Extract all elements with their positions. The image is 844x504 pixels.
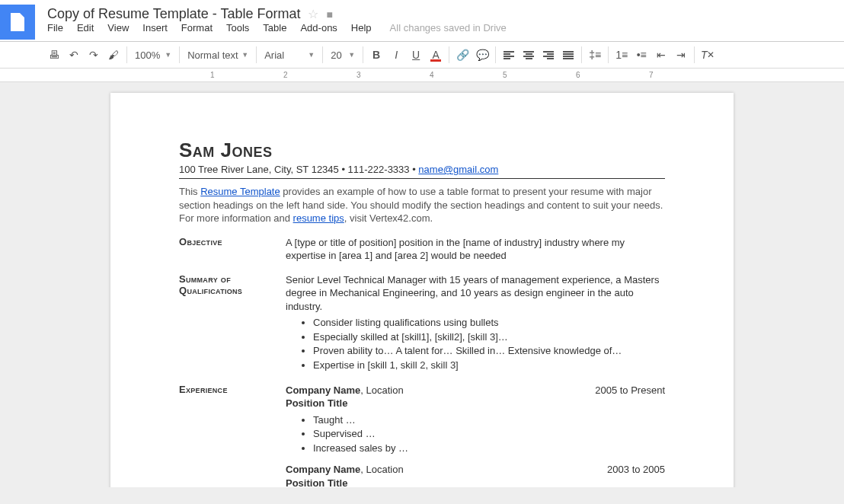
insert-comment-icon[interactable]: 💬 [472,45,492,65]
zoom-select[interactable]: 100%▼ [130,45,176,65]
resume-template-link[interactable]: Resume Template [200,186,280,197]
align-left-icon[interactable] [499,45,519,65]
section-experience-label[interactable]: Experience [179,384,286,487]
list-item[interactable]: Consider listing qualifications using bu… [313,316,665,330]
redo-icon[interactable]: ↷ [84,45,104,65]
style-select[interactable]: Normal text▼ [183,45,253,65]
section-summary-label[interactable]: Summary of Qualifications [179,273,286,373]
job-dates[interactable]: 2005 to Present [595,384,665,397]
doc-title[interactable]: Copy of Resume Template - Table Format [47,6,300,22]
menu-view[interactable]: View [107,22,129,33]
section-objective-body[interactable]: A [type or title of position] position i… [286,236,665,263]
numbered-list-icon[interactable]: 1≡ [612,45,631,65]
resume-contact[interactable]: 100 Tree River Lane, City, ST 12345 • 11… [179,164,665,175]
resume-name[interactable]: Sam Jones [179,139,665,162]
list-item[interactable]: Expertise in [skill 1, skill 2, skill 3] [313,359,665,372]
menu-insert[interactable]: Insert [142,22,168,33]
menu-addons[interactable]: Add-ons [300,22,337,33]
undo-icon[interactable]: ↶ [64,45,84,65]
folder-icon[interactable]: ■ [326,8,332,21]
align-center-icon[interactable] [519,45,539,65]
indent-increase-icon[interactable]: ⇥ [671,45,691,65]
fontsize-select[interactable]: 20▼ [326,45,360,65]
document-page[interactable]: Sam Jones 100 Tree River Lane, City, ST … [110,93,734,487]
menu-format[interactable]: Format [181,22,213,33]
menu-help[interactable]: Help [351,22,372,33]
docs-home-icon[interactable] [0,5,35,40]
line-spacing-icon[interactable]: ‡≡ [585,45,605,65]
job-dates[interactable]: 2003 to 2005 [607,463,665,477]
toolbar: 🖶 ↶ ↷ 🖌 100%▼ Normal text▼ Arial▼ 20▼ B … [0,42,844,69]
italic-icon[interactable]: I [386,45,406,65]
section-summary-body[interactable]: Senior Level Technical Manager with 15 y… [286,273,665,373]
resume-tips-link[interactable]: resume tips [293,212,344,224]
section-experience-body[interactable]: Company Name, Location 2005 to Present P… [286,384,665,487]
underline-icon[interactable]: U [406,45,426,65]
menu-table[interactable]: Table [263,22,286,33]
text-color-icon[interactable]: A [426,45,446,65]
indent-decrease-icon[interactable]: ⇤ [651,45,671,65]
ruler[interactable]: 1 2 3 4 5 6 7 [0,69,844,82]
menu-file[interactable]: File [47,22,63,33]
font-select[interactable]: Arial▼ [260,45,319,65]
align-justify-icon[interactable] [558,45,578,65]
star-icon[interactable]: ☆ [308,7,318,21]
insert-link-icon[interactable]: 🔗 [452,45,472,65]
resume-email-link[interactable]: name@gmail.com [418,164,498,175]
divider [179,178,665,179]
menu-edit[interactable]: Edit [77,22,94,33]
clear-formatting-icon[interactable]: T✕ [698,45,718,65]
list-item[interactable]: Taught … [313,413,665,427]
job-title[interactable]: Position Title [286,397,665,410]
align-right-icon[interactable] [539,45,558,65]
section-objective-label[interactable]: Objective [179,236,286,263]
resume-intro[interactable]: This Resume Template provides an example… [179,185,665,225]
save-status: All changes saved in Drive [390,22,507,33]
bold-icon[interactable]: B [366,45,386,65]
bulleted-list-icon[interactable]: •≡ [631,45,651,65]
list-item[interactable]: Increased sales by … [313,442,665,455]
workspace: Sam Jones 100 Tree River Lane, City, ST … [0,82,844,487]
list-item[interactable]: Supervised … [313,427,665,441]
job-title[interactable]: Position Title [286,477,665,487]
menu-tools[interactable]: Tools [226,22,249,33]
print-icon[interactable]: 🖶 [44,45,64,65]
list-item[interactable]: Proven ability to… A talent for… Skilled… [313,344,665,358]
paint-format-icon[interactable]: 🖌 [104,45,123,65]
list-item[interactable]: Especially skilled at [skill1], [skill2]… [313,330,665,344]
